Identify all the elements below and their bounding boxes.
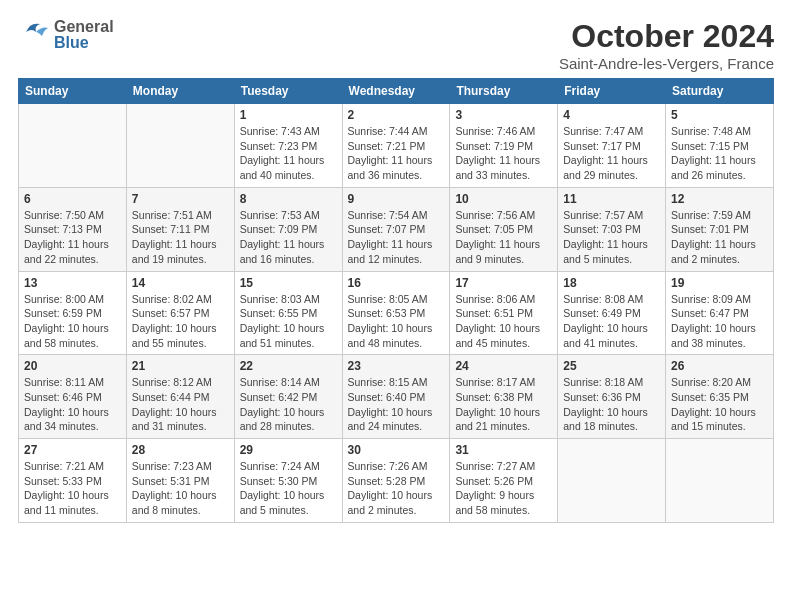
day-of-week-header: Thursday bbox=[450, 79, 558, 104]
day-info-line: Daylight: 10 hours and 18 minutes. bbox=[563, 405, 660, 434]
day-info-line: Sunset: 6:36 PM bbox=[563, 390, 660, 405]
day-info-line: Sunset: 6:59 PM bbox=[24, 306, 121, 321]
calendar-cell: 25Sunrise: 8:18 AMSunset: 6:36 PMDayligh… bbox=[558, 355, 666, 439]
calendar-cell: 19Sunrise: 8:09 AMSunset: 6:47 PMDayligh… bbox=[666, 271, 774, 355]
day-info-line: Sunset: 6:51 PM bbox=[455, 306, 552, 321]
day-number: 19 bbox=[671, 276, 768, 290]
location: Saint-Andre-les-Vergers, France bbox=[559, 55, 774, 72]
day-info-line: Daylight: 10 hours and 48 minutes. bbox=[348, 321, 445, 350]
day-number: 3 bbox=[455, 108, 552, 122]
day-number: 1 bbox=[240, 108, 337, 122]
day-info-line: Sunrise: 7:26 AM bbox=[348, 459, 445, 474]
day-number: 14 bbox=[132, 276, 229, 290]
day-info-line: Daylight: 10 hours and 31 minutes. bbox=[132, 405, 229, 434]
month-title: October 2024 bbox=[571, 18, 774, 55]
day-info-line: Sunrise: 8:05 AM bbox=[348, 292, 445, 307]
day-info-line: Daylight: 11 hours and 40 minutes. bbox=[240, 153, 337, 182]
calendar-cell: 10Sunrise: 7:56 AMSunset: 7:05 PMDayligh… bbox=[450, 187, 558, 271]
calendar-cell: 9Sunrise: 7:54 AMSunset: 7:07 PMDaylight… bbox=[342, 187, 450, 271]
day-info-line: Sunrise: 8:06 AM bbox=[455, 292, 552, 307]
day-info-line: Sunset: 7:07 PM bbox=[348, 222, 445, 237]
calendar-cell: 7Sunrise: 7:51 AMSunset: 7:11 PMDaylight… bbox=[126, 187, 234, 271]
calendar-cell: 14Sunrise: 8:02 AMSunset: 6:57 PMDayligh… bbox=[126, 271, 234, 355]
day-info-line: Sunset: 6:35 PM bbox=[671, 390, 768, 405]
day-number: 6 bbox=[24, 192, 121, 206]
day-info-line: Sunset: 7:09 PM bbox=[240, 222, 337, 237]
calendar-week-row: 13Sunrise: 8:00 AMSunset: 6:59 PMDayligh… bbox=[19, 271, 774, 355]
day-info-line: Sunset: 7:17 PM bbox=[563, 139, 660, 154]
day-info-line: Daylight: 11 hours and 2 minutes. bbox=[671, 237, 768, 266]
logo-text: General Blue bbox=[54, 19, 114, 51]
day-number: 8 bbox=[240, 192, 337, 206]
day-info-line: Daylight: 11 hours and 12 minutes. bbox=[348, 237, 445, 266]
day-info-line: Sunrise: 7:21 AM bbox=[24, 459, 121, 474]
day-number: 18 bbox=[563, 276, 660, 290]
day-info-line: Daylight: 10 hours and 34 minutes. bbox=[24, 405, 121, 434]
right-header: October 2024 Saint-Andre-les-Vergers, Fr… bbox=[559, 18, 774, 72]
day-info-line: Daylight: 10 hours and 45 minutes. bbox=[455, 321, 552, 350]
calendar-table: SundayMondayTuesdayWednesdayThursdayFrid… bbox=[18, 78, 774, 523]
day-info-line: Daylight: 11 hours and 16 minutes. bbox=[240, 237, 337, 266]
day-number: 9 bbox=[348, 192, 445, 206]
day-info-line: Sunset: 7:01 PM bbox=[671, 222, 768, 237]
day-info-line: Sunrise: 7:23 AM bbox=[132, 459, 229, 474]
day-info-line: Daylight: 10 hours and 15 minutes. bbox=[671, 405, 768, 434]
day-of-week-header: Sunday bbox=[19, 79, 127, 104]
day-info-line: Sunset: 7:11 PM bbox=[132, 222, 229, 237]
day-number: 27 bbox=[24, 443, 121, 457]
calendar-cell: 23Sunrise: 8:15 AMSunset: 6:40 PMDayligh… bbox=[342, 355, 450, 439]
day-number: 25 bbox=[563, 359, 660, 373]
day-info-line: Sunrise: 7:54 AM bbox=[348, 208, 445, 223]
day-info-line: Sunset: 6:57 PM bbox=[132, 306, 229, 321]
calendar-cell bbox=[19, 104, 127, 188]
day-info-line: Daylight: 10 hours and 51 minutes. bbox=[240, 321, 337, 350]
calendar-cell: 21Sunrise: 8:12 AMSunset: 6:44 PMDayligh… bbox=[126, 355, 234, 439]
calendar-cell: 6Sunrise: 7:50 AMSunset: 7:13 PMDaylight… bbox=[19, 187, 127, 271]
calendar-week-row: 6Sunrise: 7:50 AMSunset: 7:13 PMDaylight… bbox=[19, 187, 774, 271]
day-info-line: Sunset: 7:21 PM bbox=[348, 139, 445, 154]
calendar-header-row: SundayMondayTuesdayWednesdayThursdayFrid… bbox=[19, 79, 774, 104]
day-info-line: Sunrise: 7:56 AM bbox=[455, 208, 552, 223]
day-info-line: Sunset: 6:47 PM bbox=[671, 306, 768, 321]
day-info-line: Sunset: 5:33 PM bbox=[24, 474, 121, 489]
day-number: 7 bbox=[132, 192, 229, 206]
day-of-week-header: Tuesday bbox=[234, 79, 342, 104]
calendar-cell: 24Sunrise: 8:17 AMSunset: 6:38 PMDayligh… bbox=[450, 355, 558, 439]
day-number: 23 bbox=[348, 359, 445, 373]
logo-general: General bbox=[54, 19, 114, 35]
calendar-cell: 13Sunrise: 8:00 AMSunset: 6:59 PMDayligh… bbox=[19, 271, 127, 355]
day-info-line: Sunset: 6:55 PM bbox=[240, 306, 337, 321]
day-info-line: Daylight: 10 hours and 11 minutes. bbox=[24, 488, 121, 517]
day-info-line: Daylight: 11 hours and 9 minutes. bbox=[455, 237, 552, 266]
day-info-line: Daylight: 10 hours and 2 minutes. bbox=[348, 488, 445, 517]
day-info-line: Daylight: 11 hours and 22 minutes. bbox=[24, 237, 121, 266]
day-info-line: Sunset: 7:05 PM bbox=[455, 222, 552, 237]
day-number: 22 bbox=[240, 359, 337, 373]
calendar-cell: 28Sunrise: 7:23 AMSunset: 5:31 PMDayligh… bbox=[126, 439, 234, 523]
calendar-cell: 4Sunrise: 7:47 AMSunset: 7:17 PMDaylight… bbox=[558, 104, 666, 188]
day-info-line: Sunrise: 8:14 AM bbox=[240, 375, 337, 390]
day-number: 21 bbox=[132, 359, 229, 373]
calendar-cell: 27Sunrise: 7:21 AMSunset: 5:33 PMDayligh… bbox=[19, 439, 127, 523]
calendar-cell: 17Sunrise: 8:06 AMSunset: 6:51 PMDayligh… bbox=[450, 271, 558, 355]
day-info-line: Daylight: 10 hours and 24 minutes. bbox=[348, 405, 445, 434]
day-of-week-header: Saturday bbox=[666, 79, 774, 104]
day-info-line: Daylight: 10 hours and 38 minutes. bbox=[671, 321, 768, 350]
day-of-week-header: Wednesday bbox=[342, 79, 450, 104]
calendar-cell: 30Sunrise: 7:26 AMSunset: 5:28 PMDayligh… bbox=[342, 439, 450, 523]
day-number: 29 bbox=[240, 443, 337, 457]
day-info-line: Daylight: 9 hours and 58 minutes. bbox=[455, 488, 552, 517]
day-info-line: Daylight: 10 hours and 55 minutes. bbox=[132, 321, 229, 350]
calendar-cell: 15Sunrise: 8:03 AMSunset: 6:55 PMDayligh… bbox=[234, 271, 342, 355]
day-info-line: Sunrise: 7:59 AM bbox=[671, 208, 768, 223]
day-number: 10 bbox=[455, 192, 552, 206]
day-info-line: Sunset: 6:40 PM bbox=[348, 390, 445, 405]
day-number: 31 bbox=[455, 443, 552, 457]
day-info-line: Sunrise: 7:24 AM bbox=[240, 459, 337, 474]
page-header: General Blue October 2024 Saint-Andre-le… bbox=[18, 18, 774, 72]
day-number: 15 bbox=[240, 276, 337, 290]
calendar-cell: 11Sunrise: 7:57 AMSunset: 7:03 PMDayligh… bbox=[558, 187, 666, 271]
day-info-line: Daylight: 10 hours and 28 minutes. bbox=[240, 405, 337, 434]
day-info-line: Sunset: 5:30 PM bbox=[240, 474, 337, 489]
calendar-cell: 16Sunrise: 8:05 AMSunset: 6:53 PMDayligh… bbox=[342, 271, 450, 355]
